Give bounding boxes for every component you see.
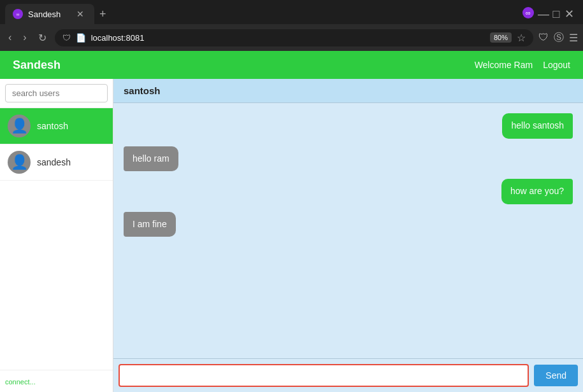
minimize-button[interactable]: — — [540, 10, 547, 18]
svg-text:∞: ∞ — [526, 9, 531, 17]
message-text-2: hello ram — [133, 153, 169, 164]
message-text-4: I am fine — [133, 219, 167, 229]
account-icon[interactable]: Ⓢ — [554, 31, 564, 45]
restore-button[interactable]: □ — [552, 10, 560, 18]
back-button[interactable]: ‹ — [5, 30, 15, 45]
send-button[interactable]: Send — [534, 365, 578, 386]
message-incoming-4: I am fine — [124, 212, 176, 237]
chat-contact-name: santosh — [124, 85, 161, 96]
search-box — [0, 79, 113, 108]
page-icon: 📄 — [76, 33, 86, 43]
avatar-icon-sandesh: 👤 — [11, 154, 28, 171]
user-list: 👤 santosh 👤 sandesh — [0, 108, 113, 370]
messages-container: hello santosh hello ram how are you? I a… — [113, 103, 583, 358]
refresh-button[interactable]: ↻ — [35, 30, 50, 46]
user-item-sandesh[interactable]: 👤 sandesh — [0, 144, 113, 181]
browser-toolbar-icons: 🛡 Ⓢ ☰ — [538, 31, 578, 45]
avatar-icon-santosh: 👤 — [11, 118, 28, 134]
message-text-3: how are you? — [510, 186, 564, 196]
chat-area: santosh hello santosh hello ram how are … — [113, 79, 583, 392]
forward-button[interactable]: › — [20, 30, 29, 45]
avatar-sandesh: 👤 — [8, 151, 31, 174]
svg-text:∞: ∞ — [17, 12, 20, 17]
app-container: Sandesh Welcome Ram Logout 👤 santosh — [0, 51, 583, 392]
message-outgoing-1: hello santosh — [502, 113, 573, 139]
user-item-santosh[interactable]: 👤 santosh — [0, 108, 113, 144]
security-icon: 🛡 — [62, 33, 71, 43]
tab-favicon: ∞ — [13, 9, 23, 19]
tab-title: Sandesh — [28, 10, 61, 19]
header-right: Welcome Ram Logout — [475, 60, 570, 70]
tab-close-button[interactable]: ✕ — [74, 8, 87, 20]
menu-icon[interactable]: ☰ — [569, 32, 578, 44]
app-header: Sandesh Welcome Ram Logout — [0, 51, 583, 79]
message-text-1: hello santosh — [511, 120, 564, 130]
browser-logo: ∞ — [522, 6, 535, 22]
message-incoming-2: hello ram — [124, 146, 178, 172]
window-controls: ∞ — □ ✕ — [522, 6, 578, 22]
address-bar-row: ‹ › ↻ 🛡 📄 localhost:8081 80% ☆ 🛡 Ⓢ ☰ — [0, 24, 583, 51]
avatar-santosh: 👤 — [8, 115, 31, 137]
logout-button[interactable]: Logout — [543, 60, 570, 70]
bookmark-icon[interactable]: ☆ — [517, 32, 526, 44]
active-tab[interactable]: ∞ Sandesh ✕ — [5, 4, 94, 24]
chat-input-area: Send — [113, 358, 583, 392]
user-name-sandesh: sandesh — [37, 157, 71, 167]
message-outgoing-3: how are you? — [501, 179, 573, 204]
sidebar: 👤 santosh 👤 sandesh connect... — [0, 79, 113, 392]
url-text: localhost:8081 — [91, 33, 485, 43]
app-title: Sandesh — [13, 59, 61, 72]
address-bar[interactable]: 🛡 📄 localhost:8081 80% ☆ — [55, 29, 533, 46]
user-name-santosh: santosh — [37, 121, 68, 131]
shield-icon[interactable]: 🛡 — [538, 32, 549, 43]
app-body: 👤 santosh 👤 sandesh connect... santosh — [0, 79, 583, 392]
tab-bar: ∞ Sandesh ✕ + ∞ — □ ✕ — [0, 0, 583, 24]
chat-header: santosh — [113, 79, 583, 103]
search-input[interactable] — [5, 84, 108, 102]
browser-chrome: ∞ Sandesh ✕ + ∞ — □ ✕ ‹ › ↻ 🛡 📄 localho — [0, 0, 583, 51]
new-tab-button[interactable]: + — [94, 8, 112, 21]
connect-text: connect... — [5, 378, 36, 386]
welcome-text: Welcome Ram — [475, 60, 533, 70]
message-input[interactable] — [119, 364, 529, 387]
sidebar-bottom: connect... — [0, 370, 113, 392]
close-button[interactable]: ✕ — [565, 10, 573, 18]
zoom-level: 80% — [490, 32, 512, 43]
